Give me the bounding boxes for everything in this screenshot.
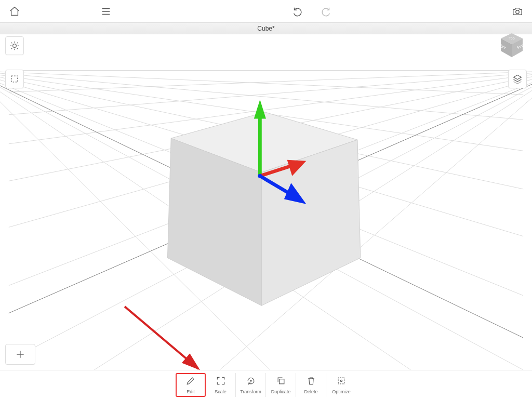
rotate-icon bbox=[246, 376, 256, 388]
transform-label: Transform bbox=[240, 389, 261, 394]
light-icon bbox=[9, 41, 20, 51]
svg-point-35 bbox=[13, 44, 17, 48]
camera-icon bbox=[512, 6, 523, 17]
optimize-label: Optimize bbox=[332, 389, 351, 394]
selection-box-button[interactable] bbox=[5, 70, 24, 88]
transform-tool[interactable]: Transform bbox=[236, 373, 266, 397]
svg-point-31 bbox=[258, 174, 262, 178]
optimize-tool[interactable]: Optimize bbox=[326, 373, 356, 397]
scale-tool[interactable]: Scale bbox=[206, 373, 236, 397]
menu-button[interactable] bbox=[98, 3, 114, 20]
pencil-icon bbox=[185, 376, 196, 388]
home-button[interactable] bbox=[6, 3, 23, 20]
svg-point-41 bbox=[340, 380, 342, 381]
layers-button[interactable] bbox=[508, 70, 527, 88]
top-toolbar bbox=[0, 0, 532, 23]
layers-icon bbox=[512, 74, 523, 84]
trash-icon bbox=[306, 376, 316, 388]
menu-icon bbox=[100, 6, 112, 17]
edit-label: Edit bbox=[187, 389, 195, 394]
delete-tool[interactable]: Delete bbox=[296, 373, 326, 397]
delete-label: Delete bbox=[304, 389, 317, 394]
optimize-icon bbox=[336, 376, 347, 388]
scale-label: Scale bbox=[215, 389, 227, 394]
undo-button[interactable] bbox=[289, 3, 305, 20]
camera-button[interactable] bbox=[509, 3, 526, 20]
viewport-3d[interactable] bbox=[0, 23, 532, 370]
svg-marker-26 bbox=[254, 100, 266, 119]
duplicate-icon bbox=[276, 376, 286, 388]
duplicate-label: Duplicate bbox=[271, 389, 291, 394]
undo-icon bbox=[291, 6, 303, 17]
svg-line-2 bbox=[0, 71, 523, 95]
svg-point-0 bbox=[516, 10, 519, 13]
cube-object[interactable] bbox=[167, 112, 360, 305]
selection-box-icon bbox=[9, 74, 20, 84]
duplicate-tool[interactable]: Duplicate bbox=[266, 373, 296, 397]
lighting-button[interactable] bbox=[5, 36, 24, 55]
home-icon bbox=[9, 6, 20, 17]
svg-rect-39 bbox=[279, 379, 284, 383]
document-title: Cube* bbox=[257, 25, 274, 32]
bottom-toolbar: EditScaleTransformDuplicateDeleteOptimiz… bbox=[0, 370, 532, 399]
redo-icon bbox=[321, 6, 332, 17]
redo-button[interactable] bbox=[318, 3, 335, 20]
plus-icon bbox=[15, 349, 25, 360]
expand-icon bbox=[216, 376, 226, 388]
edit-tool[interactable]: Edit bbox=[176, 373, 206, 397]
view-cube[interactable]: Top Right Front bbox=[495, 29, 529, 60]
svg-rect-36 bbox=[11, 76, 18, 82]
svg-rect-40 bbox=[338, 378, 344, 384]
svg-line-11 bbox=[9, 71, 532, 92]
document-title-bar: Cube* bbox=[0, 23, 532, 34]
scene-canvas bbox=[0, 34, 532, 370]
add-button[interactable] bbox=[5, 344, 35, 365]
svg-point-38 bbox=[250, 380, 251, 381]
